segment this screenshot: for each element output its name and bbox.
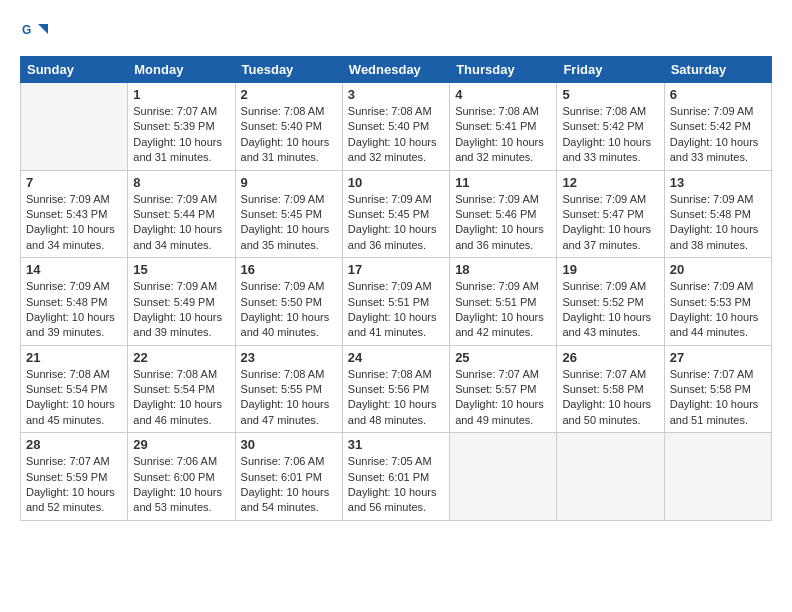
day-cell: 29 Sunrise: 7:06 AMSunset: 6:00 PMDaylig… [128,433,235,521]
day-cell: 3 Sunrise: 7:08 AMSunset: 5:40 PMDayligh… [342,83,449,171]
day-cell: 12 Sunrise: 7:09 AMSunset: 5:47 PMDaylig… [557,170,664,258]
day-info: Sunrise: 7:09 AMSunset: 5:47 PMDaylight:… [562,192,658,254]
day-number: 22 [133,350,229,365]
day-number: 11 [455,175,551,190]
day-cell: 5 Sunrise: 7:08 AMSunset: 5:42 PMDayligh… [557,83,664,171]
day-number: 27 [670,350,766,365]
day-cell: 14 Sunrise: 7:09 AMSunset: 5:48 PMDaylig… [21,258,128,346]
day-cell: 11 Sunrise: 7:09 AMSunset: 5:46 PMDaylig… [450,170,557,258]
day-cell: 4 Sunrise: 7:08 AMSunset: 5:41 PMDayligh… [450,83,557,171]
day-cell: 22 Sunrise: 7:08 AMSunset: 5:54 PMDaylig… [128,345,235,433]
day-number: 28 [26,437,122,452]
weekday-header-wednesday: Wednesday [342,57,449,83]
day-info: Sunrise: 7:09 AMSunset: 5:51 PMDaylight:… [348,279,444,341]
day-info: Sunrise: 7:09 AMSunset: 5:49 PMDaylight:… [133,279,229,341]
week-row-2: 7 Sunrise: 7:09 AMSunset: 5:43 PMDayligh… [21,170,772,258]
weekday-header-thursday: Thursday [450,57,557,83]
svg-text:G: G [22,23,31,37]
day-number: 6 [670,87,766,102]
weekday-header-friday: Friday [557,57,664,83]
day-number: 4 [455,87,551,102]
day-info: Sunrise: 7:09 AMSunset: 5:45 PMDaylight:… [241,192,337,254]
day-number: 31 [348,437,444,452]
day-cell: 2 Sunrise: 7:08 AMSunset: 5:40 PMDayligh… [235,83,342,171]
day-number: 3 [348,87,444,102]
day-cell: 24 Sunrise: 7:08 AMSunset: 5:56 PMDaylig… [342,345,449,433]
day-cell [664,433,771,521]
day-info: Sunrise: 7:09 AMSunset: 5:52 PMDaylight:… [562,279,658,341]
day-cell: 18 Sunrise: 7:09 AMSunset: 5:51 PMDaylig… [450,258,557,346]
day-number: 26 [562,350,658,365]
day-number: 14 [26,262,122,277]
week-row-5: 28 Sunrise: 7:07 AMSunset: 5:59 PMDaylig… [21,433,772,521]
day-number: 20 [670,262,766,277]
day-number: 13 [670,175,766,190]
day-info: Sunrise: 7:05 AMSunset: 6:01 PMDaylight:… [348,454,444,516]
day-number: 24 [348,350,444,365]
day-cell: 16 Sunrise: 7:09 AMSunset: 5:50 PMDaylig… [235,258,342,346]
day-cell: 31 Sunrise: 7:05 AMSunset: 6:01 PMDaylig… [342,433,449,521]
day-cell: 21 Sunrise: 7:08 AMSunset: 5:54 PMDaylig… [21,345,128,433]
day-info: Sunrise: 7:09 AMSunset: 5:48 PMDaylight:… [26,279,122,341]
header: G [20,16,772,46]
day-number: 8 [133,175,229,190]
day-number: 5 [562,87,658,102]
day-info: Sunrise: 7:08 AMSunset: 5:41 PMDaylight:… [455,104,551,166]
day-number: 21 [26,350,122,365]
day-number: 25 [455,350,551,365]
day-cell: 9 Sunrise: 7:09 AMSunset: 5:45 PMDayligh… [235,170,342,258]
weekday-header-saturday: Saturday [664,57,771,83]
day-cell: 7 Sunrise: 7:09 AMSunset: 5:43 PMDayligh… [21,170,128,258]
day-info: Sunrise: 7:08 AMSunset: 5:54 PMDaylight:… [133,367,229,429]
day-info: Sunrise: 7:06 AMSunset: 6:00 PMDaylight:… [133,454,229,516]
day-cell: 10 Sunrise: 7:09 AMSunset: 5:45 PMDaylig… [342,170,449,258]
day-cell: 26 Sunrise: 7:07 AMSunset: 5:58 PMDaylig… [557,345,664,433]
calendar-table: SundayMondayTuesdayWednesdayThursdayFrid… [20,56,772,521]
day-number: 29 [133,437,229,452]
day-info: Sunrise: 7:08 AMSunset: 5:40 PMDaylight:… [348,104,444,166]
day-number: 23 [241,350,337,365]
week-row-1: 1 Sunrise: 7:07 AMSunset: 5:39 PMDayligh… [21,83,772,171]
day-number: 19 [562,262,658,277]
day-info: Sunrise: 7:06 AMSunset: 6:01 PMDaylight:… [241,454,337,516]
day-cell: 20 Sunrise: 7:09 AMSunset: 5:53 PMDaylig… [664,258,771,346]
day-number: 1 [133,87,229,102]
day-cell: 13 Sunrise: 7:09 AMSunset: 5:48 PMDaylig… [664,170,771,258]
day-info: Sunrise: 7:08 AMSunset: 5:42 PMDaylight:… [562,104,658,166]
day-number: 30 [241,437,337,452]
week-row-3: 14 Sunrise: 7:09 AMSunset: 5:48 PMDaylig… [21,258,772,346]
day-info: Sunrise: 7:09 AMSunset: 5:50 PMDaylight:… [241,279,337,341]
day-info: Sunrise: 7:09 AMSunset: 5:46 PMDaylight:… [455,192,551,254]
day-number: 9 [241,175,337,190]
day-number: 16 [241,262,337,277]
day-info: Sunrise: 7:07 AMSunset: 5:58 PMDaylight:… [670,367,766,429]
day-info: Sunrise: 7:07 AMSunset: 5:57 PMDaylight:… [455,367,551,429]
day-cell: 8 Sunrise: 7:09 AMSunset: 5:44 PMDayligh… [128,170,235,258]
day-info: Sunrise: 7:07 AMSunset: 5:39 PMDaylight:… [133,104,229,166]
week-row-4: 21 Sunrise: 7:08 AMSunset: 5:54 PMDaylig… [21,345,772,433]
day-info: Sunrise: 7:09 AMSunset: 5:51 PMDaylight:… [455,279,551,341]
day-number: 12 [562,175,658,190]
day-number: 2 [241,87,337,102]
day-info: Sunrise: 7:09 AMSunset: 5:42 PMDaylight:… [670,104,766,166]
day-info: Sunrise: 7:08 AMSunset: 5:55 PMDaylight:… [241,367,337,429]
day-info: Sunrise: 7:08 AMSunset: 5:40 PMDaylight:… [241,104,337,166]
weekday-header-monday: Monday [128,57,235,83]
day-info: Sunrise: 7:09 AMSunset: 5:53 PMDaylight:… [670,279,766,341]
day-cell: 25 Sunrise: 7:07 AMSunset: 5:57 PMDaylig… [450,345,557,433]
day-info: Sunrise: 7:08 AMSunset: 5:54 PMDaylight:… [26,367,122,429]
day-cell: 28 Sunrise: 7:07 AMSunset: 5:59 PMDaylig… [21,433,128,521]
day-cell: 1 Sunrise: 7:07 AMSunset: 5:39 PMDayligh… [128,83,235,171]
day-cell: 15 Sunrise: 7:09 AMSunset: 5:49 PMDaylig… [128,258,235,346]
logo-icon: G [20,16,50,46]
weekday-header-row: SundayMondayTuesdayWednesdayThursdayFrid… [21,57,772,83]
day-number: 17 [348,262,444,277]
weekday-header-sunday: Sunday [21,57,128,83]
day-number: 7 [26,175,122,190]
logo: G [20,16,54,46]
day-number: 10 [348,175,444,190]
day-number: 18 [455,262,551,277]
day-info: Sunrise: 7:09 AMSunset: 5:45 PMDaylight:… [348,192,444,254]
day-cell: 27 Sunrise: 7:07 AMSunset: 5:58 PMDaylig… [664,345,771,433]
day-cell: 30 Sunrise: 7:06 AMSunset: 6:01 PMDaylig… [235,433,342,521]
